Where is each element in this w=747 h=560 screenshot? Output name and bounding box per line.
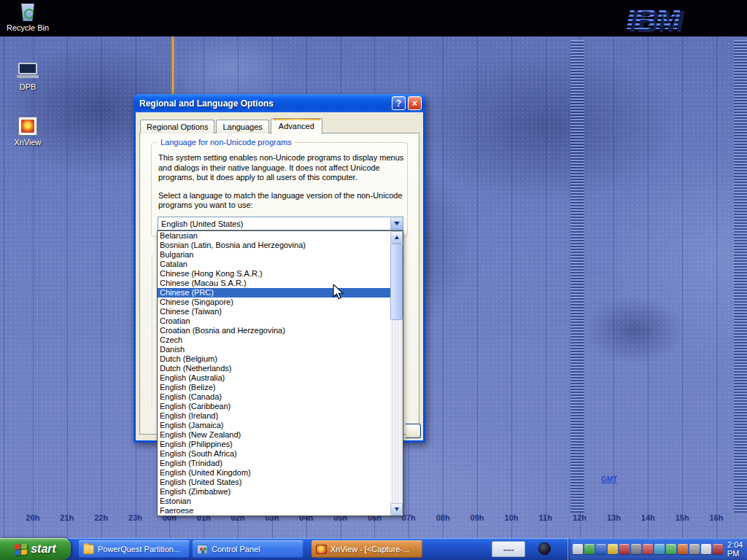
language-option[interactable]: English (New Zealand) (158, 430, 390, 440)
tray-icon-5[interactable] (619, 544, 630, 554)
language-option[interactable]: Czech (158, 335, 390, 345)
time-marker-line (172, 36, 174, 94)
language-option[interactable]: Faeroese (158, 506, 390, 516)
tray-icon-9[interactable] (666, 544, 676, 554)
language-option[interactable]: Chinese (Hong Kong S.A.R.) (158, 269, 390, 279)
windows-logo-icon (15, 543, 27, 555)
taskbar-button-label: XnView - [<Capture-... (330, 545, 409, 553)
language-list: BelarusianBosnian (Latin, Bosnia and Her… (158, 231, 390, 516)
control-panel-icon (197, 545, 208, 554)
taskbar-button-label: Control Panel (212, 545, 260, 553)
tray-icon-2[interactable] (584, 544, 595, 554)
list-scrollbar[interactable] (390, 231, 403, 516)
hour-label: 10h (504, 513, 518, 522)
hour-label: 13h (607, 513, 621, 522)
language-option[interactable]: Chinese (Macau S.A.R.) (158, 279, 390, 288)
start-button[interactable]: start (0, 538, 71, 560)
hour-label: 14h (641, 513, 655, 522)
language-option[interactable]: Belarusian (158, 231, 390, 241)
hour-label: 07h (402, 513, 416, 522)
tray-icon-13[interactable] (713, 544, 723, 554)
hour-label: 20h (26, 513, 40, 522)
language-option[interactable]: Croatian (Bosnia and Herzegovina) (158, 326, 390, 335)
taskbar-button-powerquest[interactable]: PowerQuest Partition... (79, 540, 190, 558)
chevron-up-icon (395, 236, 399, 239)
language-option[interactable]: Chinese (Taiwan) (158, 307, 390, 316)
dialog-titlebar[interactable]: Regional and Language Options ? × (133, 94, 425, 112)
tray-icon-10[interactable] (678, 544, 688, 554)
language-option[interactable]: Dutch (Belgium) (158, 354, 390, 364)
language-option[interactable]: Danish (158, 345, 390, 354)
tray-icon-1[interactable] (573, 544, 583, 554)
ibm-logo: IBM IBM (626, 1, 680, 35)
language-dropdown-list: BelarusianBosnian (Latin, Bosnia and Her… (157, 230, 403, 516)
language-option[interactable]: English (United Kingdom) (158, 468, 390, 478)
language-option[interactable]: English (Caribbean) (158, 402, 390, 411)
language-option[interactable]: English (Australia) (158, 373, 390, 383)
hour-label: 09h (471, 513, 484, 522)
desktop: GMT 20h21h22h23h00h01h02h03h04h05h06h07h… (0, 0, 747, 560)
folder-icon (83, 545, 94, 554)
desktop-icon-xnview[interactable]: XnView (4, 117, 51, 147)
language-option[interactable]: English (Philippines) (158, 440, 390, 449)
language-option[interactable]: English (United States) (158, 478, 390, 487)
tray-icon-8[interactable] (654, 544, 665, 554)
language-option[interactable]: English (Belize) (158, 383, 390, 392)
tab-regional-options[interactable]: Regional Options (140, 120, 214, 133)
language-option[interactable]: English (Zimbabwe) (158, 487, 390, 497)
system-tray: 2:04 PM (568, 538, 747, 560)
language-option[interactable]: Dutch (Netherlands) (158, 364, 390, 373)
tab-advanced[interactable]: Advanced (271, 118, 322, 134)
language-option[interactable]: Estonian (158, 497, 390, 506)
close-button[interactable]: × (408, 96, 422, 110)
taskbar: start PowerQuest Partition... Control Pa… (0, 538, 747, 560)
xnview-icon (18, 117, 37, 136)
group-description: This system setting enables non-Unicode … (158, 153, 412, 183)
language-option[interactable]: English (Ireland) (158, 411, 390, 421)
desktop-icon-label: XnView (4, 138, 51, 147)
hour-label: 08h (436, 513, 450, 522)
tray-icon-3[interactable] (596, 544, 606, 554)
taskbar-misc-icon[interactable] (538, 542, 551, 555)
language-option[interactable]: Croatian (158, 316, 390, 326)
language-option[interactable]: Chinese (PRC) (158, 288, 390, 298)
language-option[interactable]: Bosnian (Latin, Bosnia and Herzegovina) (158, 241, 390, 250)
tab-languages[interactable]: Languages (216, 120, 268, 133)
hour-label: 12h (573, 513, 587, 522)
scrollbar-track[interactable] (390, 244, 403, 503)
language-combobox[interactable]: English (United States) (158, 217, 403, 230)
tray-icon-11[interactable] (689, 544, 700, 554)
language-option[interactable]: English (Jamaica) (158, 421, 390, 430)
tray-icon-7[interactable] (643, 544, 653, 554)
scroll-up-button[interactable] (390, 231, 403, 244)
group-instruction: Select a language to match the language … (158, 191, 412, 211)
desktop-icon-dpb[interactable]: DPB (4, 63, 51, 91)
taskbar-clock[interactable]: 2:04 PM (727, 540, 747, 558)
language-option[interactable]: English (South Africa) (158, 449, 390, 459)
language-option[interactable]: Bulgarian (158, 250, 390, 260)
tray-icon-4[interactable] (608, 544, 618, 554)
hour-label: 23h (128, 513, 142, 522)
dialog-title: Regional and Language Options (139, 98, 390, 109)
language-option[interactable]: Catalan (158, 260, 390, 269)
language-option[interactable]: Chinese (Singapore) (158, 298, 390, 307)
help-button[interactable]: ? (392, 96, 406, 110)
language-option[interactable]: English (Canada) (158, 392, 390, 402)
scrollbar-thumb[interactable] (390, 244, 403, 320)
combobox-dropdown-button[interactable] (390, 217, 403, 230)
tray-icon-12[interactable] (701, 544, 711, 554)
taskbar-toolbar[interactable]: ---- (492, 541, 525, 557)
language-option[interactable]: English (Trinidad) (158, 459, 390, 468)
scroll-down-button[interactable] (390, 503, 403, 516)
gmt-label: GMT (601, 475, 617, 483)
xnview-icon (316, 545, 327, 554)
chevron-down-icon (394, 222, 400, 225)
start-button-label: start (31, 542, 56, 556)
taskbar-button-xnview[interactable]: XnView - [<Capture-... (311, 540, 422, 558)
combobox-value: English (United States) (158, 219, 390, 228)
desktop-icon-recycle-bin[interactable]: Recycle Bin (4, 4, 51, 32)
partial-dialog-button[interactable] (406, 424, 421, 438)
tray-icon-6[interactable] (631, 544, 641, 554)
taskbar-button-control-panel[interactable]: Control Panel (193, 540, 303, 558)
group-box-title: Language for non-Unicode programs (158, 138, 295, 147)
